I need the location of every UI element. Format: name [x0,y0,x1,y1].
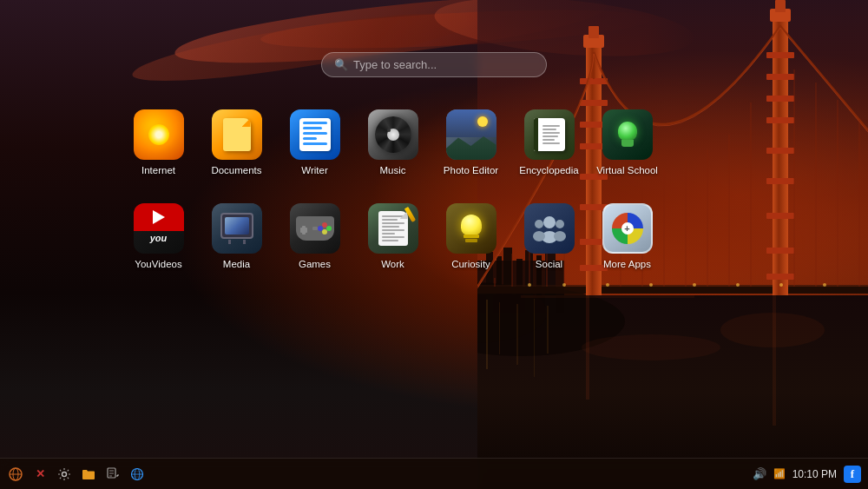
app-grid: Internet Documents Writer [122,104,664,285]
svg-rect-27 [766,74,794,80]
internet-icon [134,109,184,160]
svg-point-83 [554,231,566,241]
svg-point-82 [556,220,564,228]
games-icon [290,203,340,254]
svg-rect-36 [775,0,786,12]
more-apps-label: More Apps [603,259,651,271]
svg-rect-31 [766,178,794,184]
app-item-work[interactable]: Work [356,198,430,285]
app-item-virtual-school[interactable]: Virtual School [590,104,664,191]
documents-label: Documents [211,165,261,177]
svg-point-81 [533,231,545,241]
social-icon [524,203,575,254]
svg-point-57 [693,283,696,287]
app-item-writer[interactable]: Writer [278,104,352,191]
app-item-documents[interactable]: Documents [200,104,273,191]
svg-point-59 [779,283,783,287]
svg-point-87 [62,472,67,476]
svg-rect-63 [486,300,488,369]
svg-rect-67 [547,306,549,354]
app-item-music[interactable]: Music [356,104,430,191]
app-item-games[interactable]: Games [278,198,352,285]
encyclopedia-icon [524,109,575,160]
taskbar-facebook-icon[interactable]: f [844,466,861,483]
taskbar-time: 10:10 PM [792,468,837,480]
svg-rect-13 [477,285,868,287]
svg-rect-65 [516,304,518,365]
app-item-youvideos[interactable]: you YouVideos [122,198,195,285]
youvideos-icon: you [134,203,184,254]
app-item-social[interactable]: Social [512,198,586,285]
svg-point-75 [318,226,323,231]
svg-rect-34 [766,274,794,280]
app-item-photo-editor[interactable]: Photo Editor [434,104,508,191]
svg-rect-64 [499,302,500,354]
app-item-curiosity[interactable]: Curiosity [434,198,508,285]
taskbar-left: ✕ [7,466,753,483]
svg-rect-77 [312,227,318,230]
work-icon [368,203,418,254]
music-icon [368,109,418,160]
svg-point-73 [322,222,327,228]
encyclopedia-label: Encyclopedia [519,165,578,177]
photo-editor-label: Photo Editor [444,165,498,177]
taskbar-os-logo[interactable] [7,466,24,483]
documents-icon [212,109,262,160]
more-apps-icon: + [602,203,653,254]
svg-rect-12 [477,287,868,294]
taskbar-right: 🔊 📶 10:10 PM f [753,466,861,483]
svg-rect-26 [766,52,794,58]
svg-rect-33 [766,248,794,254]
writer-icon [290,109,340,160]
curiosity-icon [446,203,496,254]
app-item-media[interactable]: Media [200,198,273,285]
music-label: Music [379,165,405,177]
svg-point-78 [543,216,556,228]
app-item-more-apps[interactable]: + More Apps [590,198,664,285]
svg-point-60 [823,283,826,287]
curiosity-label: Curiosity [451,259,490,271]
search-input[interactable] [353,58,534,71]
app-item-encyclopedia[interactable]: Encyclopedia [512,104,586,191]
internet-label: Internet [141,165,175,177]
virtual-school-label: Virtual School [596,165,658,177]
social-label: Social [536,259,562,271]
svg-rect-29 [766,117,794,123]
svg-rect-30 [766,148,794,154]
photo-editor-icon [446,109,496,160]
taskbar-edit-icon[interactable] [104,466,122,483]
taskbar-browser-icon[interactable] [128,466,146,483]
work-label: Work [381,259,404,271]
virtual-school-icon [602,109,653,160]
writer-label: Writer [301,165,327,177]
taskbar-wifi-icon[interactable]: 📶 [773,468,786,479]
youvideos-label: YouVideos [135,259,181,271]
app-item-internet[interactable]: Internet [122,104,195,191]
svg-rect-32 [766,213,794,219]
svg-point-70 [720,313,825,347]
svg-rect-68 [521,295,694,298]
search-bar[interactable]: 🔍 [321,52,547,77]
svg-point-74 [326,226,332,231]
media-label: Media [223,259,250,271]
svg-rect-66 [534,299,535,377]
taskbar-close-icon[interactable]: ✕ [31,466,49,483]
svg-point-69 [582,334,720,360]
svg-rect-24 [589,26,599,38]
svg-rect-72 [300,228,307,233]
svg-rect-28 [766,96,794,102]
search-icon: 🔍 [334,58,348,71]
svg-point-58 [736,283,740,287]
taskbar: ✕ [0,458,868,489]
media-icon [212,203,262,254]
taskbar-folder-icon[interactable] [80,466,97,483]
taskbar-volume-icon[interactable]: 🔊 [753,467,766,480]
games-label: Games [299,259,331,271]
taskbar-settings-icon[interactable] [56,466,73,483]
svg-point-76 [322,229,327,235]
svg-point-80 [535,220,543,228]
